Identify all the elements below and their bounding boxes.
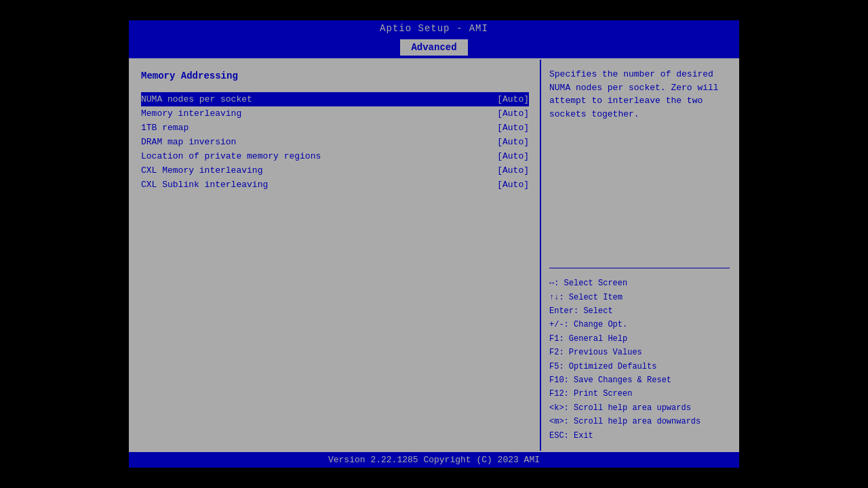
shortcut-item-2: Enter: Select bbox=[549, 304, 730, 318]
menu-items-container: NUMA nodes per socket[Auto]Memory interl… bbox=[141, 92, 529, 192]
menu-item-label-4: Location of private memory regions bbox=[141, 151, 321, 161]
tab-bar: Advanced bbox=[129, 37, 739, 58]
menu-item-label-5: CXL Memory interleaving bbox=[141, 165, 262, 176]
app-title: Aptio Setup - AMI bbox=[380, 23, 488, 34]
section-title: Memory Addressing bbox=[141, 70, 529, 81]
footer-text: Version 2.22.1285 Copyright (C) 2023 AMI bbox=[328, 455, 540, 465]
menu-item-0[interactable]: NUMA nodes per socket[Auto] bbox=[141, 92, 529, 106]
help-text: Specifies the number of desired NUMA nod… bbox=[549, 68, 730, 260]
menu-item-label-6: CXL Sublink interleaving bbox=[141, 180, 268, 190]
menu-item-value-2: [Auto] bbox=[497, 123, 529, 133]
divider bbox=[549, 268, 730, 268]
menu-item-value-5: [Auto] bbox=[497, 165, 529, 176]
menu-item-6[interactable]: CXL Sublink interleaving[Auto] bbox=[141, 178, 529, 192]
shortcut-item-8: F12: Print Screen bbox=[549, 387, 730, 401]
menu-item-label-0: NUMA nodes per socket bbox=[141, 94, 252, 104]
menu-item-2[interactable]: 1TB remap[Auto] bbox=[141, 121, 529, 135]
tab-advanced[interactable]: Advanced bbox=[400, 39, 467, 56]
shortcut-item-1: ↑↓: Select Item bbox=[549, 291, 730, 304]
footer-bar: Version 2.22.1285 Copyright (C) 2023 AMI bbox=[129, 452, 739, 468]
menu-item-label-2: 1TB remap bbox=[141, 123, 189, 133]
shortcut-item-3: +/-: Change Opt. bbox=[549, 318, 730, 331]
menu-item-value-1: [Auto] bbox=[497, 108, 529, 119]
left-panel: Memory Addressing NUMA nodes per socket[… bbox=[130, 60, 541, 451]
menu-item-4[interactable]: Location of private memory regions[Auto] bbox=[141, 149, 529, 163]
shortcut-item-5: F2: Previous Values bbox=[549, 346, 730, 359]
shortcut-item-7: F10: Save Changes & Reset bbox=[549, 373, 730, 387]
menu-item-3[interactable]: DRAM map inversion[Auto] bbox=[141, 135, 529, 149]
right-panel: Specifies the number of desired NUMA nod… bbox=[541, 60, 738, 451]
shortcut-item-11: ESC: Exit bbox=[549, 429, 730, 443]
bios-container: Aptio Setup - AMI Advanced Memory Addres… bbox=[129, 20, 739, 468]
shortcut-item-10: <m>: Scroll help area downwards bbox=[549, 415, 730, 428]
shortcut-item-4: F1: General Help bbox=[549, 332, 730, 346]
shortcut-item-0: ↔: Select Screen bbox=[549, 277, 730, 290]
shortcuts-container: ↔: Select Screen↑↓: Select ItemEnter: Se… bbox=[549, 277, 730, 443]
menu-item-5[interactable]: CXL Memory interleaving[Auto] bbox=[141, 163, 529, 178]
shortcut-item-6: F5: Optimized Defaults bbox=[549, 360, 730, 373]
menu-item-label-3: DRAM map inversion bbox=[141, 137, 236, 147]
menu-item-label-1: Memory interleaving bbox=[141, 108, 241, 119]
menu-item-value-0: [Auto] bbox=[497, 94, 529, 104]
menu-item-value-4: [Auto] bbox=[497, 151, 529, 161]
menu-item-value-3: [Auto] bbox=[497, 137, 529, 147]
title-bar: Aptio Setup - AMI bbox=[129, 20, 739, 37]
menu-item-value-6: [Auto] bbox=[497, 180, 529, 190]
main-area: Memory Addressing NUMA nodes per socket[… bbox=[129, 58, 739, 452]
shortcut-item-9: <k>: Scroll help area upwards bbox=[549, 401, 730, 415]
menu-item-1[interactable]: Memory interleaving[Auto] bbox=[141, 106, 529, 121]
